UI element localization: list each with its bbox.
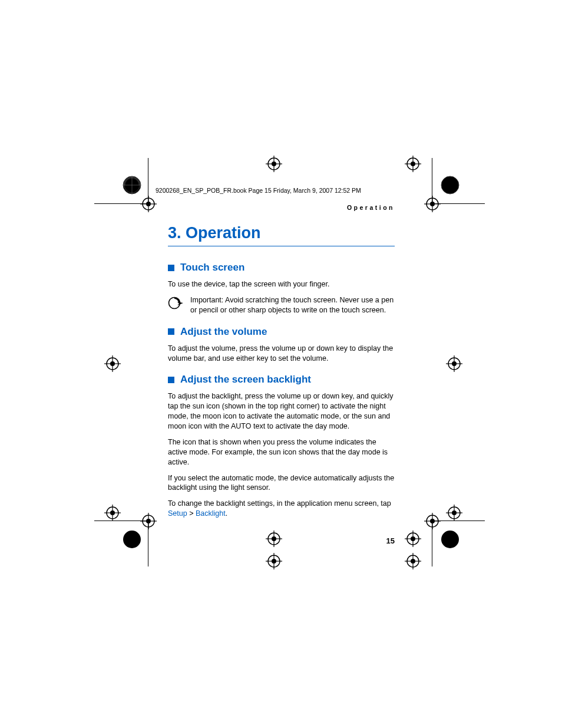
bullet-square-icon — [168, 265, 174, 271]
link-backlight: Backlight — [196, 509, 226, 518]
link-setup: Setup — [168, 509, 187, 518]
breadcrumb-separator: > — [187, 509, 196, 518]
printers-mark-solid-icon — [121, 528, 143, 551]
section-heading: Touch screen — [168, 262, 395, 274]
printers-mark-line-icon — [148, 521, 148, 566]
printers-mark-crosshair-icon — [405, 531, 421, 547]
svg-point-37 — [123, 531, 141, 548]
section-adjust-backlight: Adjust the screen backlight To adjust th… — [168, 374, 395, 519]
chapter-title: 3. Operation — [168, 224, 395, 246]
printers-mark-crosshair-icon — [140, 196, 157, 212]
printers-mark-solid-icon — [439, 528, 461, 551]
text-suffix: . — [226, 509, 227, 518]
body-paragraph: The icon that is shown when you press th… — [168, 437, 395, 467]
bullet-square-icon — [168, 377, 174, 383]
section-heading-text: Touch screen — [180, 262, 244, 274]
printers-mark-crosshair-icon — [405, 553, 421, 569]
printers-mark-line-icon — [432, 521, 485, 521]
section-adjust-volume: Adjust the volume To adjust the volume, … — [168, 326, 395, 364]
printers-mark-line-icon — [432, 521, 432, 566]
printers-mark-line-icon — [94, 203, 148, 204]
section-heading: Adjust the volume — [168, 326, 395, 338]
printers-mark-crosshair-icon — [424, 196, 441, 212]
printers-mark-crosshair-icon — [446, 505, 462, 521]
body-paragraph-with-links: To change the backlight settings, in the… — [168, 499, 395, 519]
body-paragraph: To adjust the volume, press the volume u… — [168, 344, 395, 364]
svg-point-58 — [441, 531, 459, 548]
printers-mark-solid-icon — [121, 174, 143, 196]
bullet-square-icon — [168, 328, 174, 335]
printers-mark-crosshair-icon — [446, 355, 462, 372]
section-touch-screen: Touch screen To use the device, tap the … — [168, 262, 395, 315]
section-heading: Adjust the screen backlight — [168, 374, 395, 386]
printers-mark-crosshair-icon — [424, 513, 441, 529]
body-paragraph: To use the device, tap the screen with y… — [168, 279, 395, 289]
printers-mark-line-icon — [94, 521, 148, 521]
printers-mark-crosshair-icon — [140, 513, 157, 529]
printers-mark-solid-icon — [439, 174, 461, 196]
important-note: Important: Avoid scratching the touch sc… — [168, 295, 395, 315]
printers-mark-crosshair-icon — [104, 355, 121, 372]
important-arrow-icon — [168, 297, 183, 312]
printers-mark-crosshair-icon — [266, 553, 282, 569]
print-job-info: 9200268_EN_SP_POB_FR.book Page 15 Friday… — [156, 187, 361, 194]
svg-point-0 — [169, 297, 180, 308]
printers-mark-crosshair-icon — [266, 156, 282, 172]
printers-mark-line-icon — [432, 158, 432, 204]
printers-mark-crosshair-icon — [104, 505, 121, 521]
printers-mark-line-icon — [432, 203, 485, 204]
printers-mark-line-icon — [148, 158, 148, 204]
text-prefix: To change the backlight settings, in the… — [168, 499, 391, 508]
body-paragraph: To adjust the backlight, press the volum… — [168, 391, 395, 431]
printers-mark-crosshair-icon — [405, 156, 421, 172]
page-content: Operation 3. Operation Touch screen To u… — [168, 204, 395, 545]
body-paragraph: If you select the automatic mode, the de… — [168, 473, 395, 493]
printers-mark-crosshair-icon — [266, 531, 282, 547]
important-text: Important: Avoid scratching the touch sc… — [190, 295, 395, 315]
section-heading-text: Adjust the screen backlight — [180, 374, 311, 386]
running-header: Operation — [168, 204, 395, 211]
section-heading-text: Adjust the volume — [180, 326, 267, 338]
